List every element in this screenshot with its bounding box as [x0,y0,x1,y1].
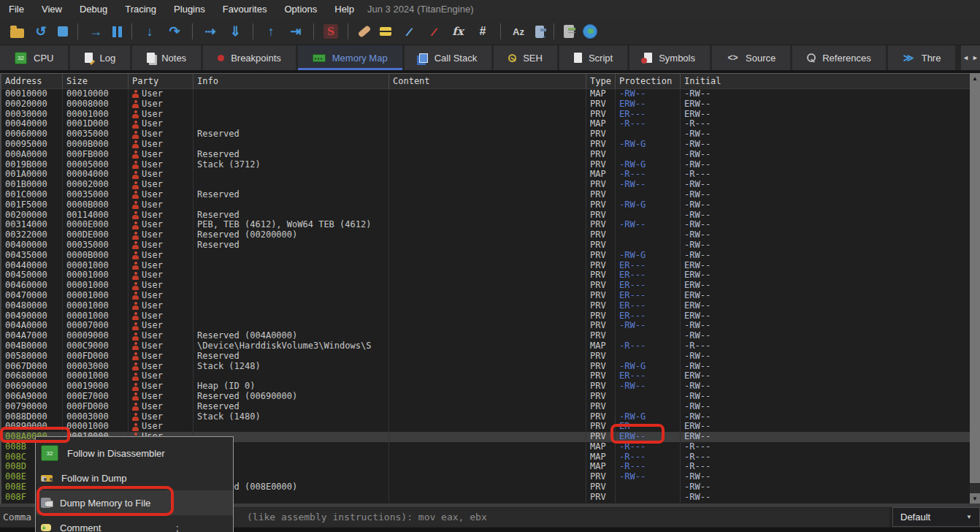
context-menu-item-comment[interactable]: Comment; [36,515,233,532]
user-person-icon [132,110,139,118]
step-over-icon[interactable]: ↷ [166,23,183,39]
scrollbar-thumb[interactable] [970,83,980,483]
menu-item-view[interactable]: View [33,4,71,15]
address-cell: 00580000 [1,352,63,362]
open-file-icon[interactable] [10,28,24,38]
tab-source[interactable]: Source [712,45,790,70]
run-icon[interactable]: → [88,23,104,39]
menu-item-options[interactable]: Options [275,4,326,15]
fx-icon[interactable]: fx [450,23,466,39]
table-row[interactable]: 004350000000B000UserPRV-RW-G-RW-- [1,251,970,261]
info-cell: Reserved [194,129,389,140]
table-row[interactable]: 000950000000B000UserPRV-RW-G-RW-- [1,140,970,150]
table-row[interactable]: 000A0000000FB000UserReservedPRV-RW-- [1,150,970,160]
table-row[interactable]: 004A000000007000UserPRV-RW---RW-- [1,321,970,331]
profile-dropdown[interactable]: Default ▼ [892,507,980,527]
scylla-icon[interactable]: S [324,24,338,39]
highlight-icon[interactable]: ∕∕ [400,23,416,39]
hash-icon[interactable]: # [475,23,491,39]
table-row[interactable]: 003140000000E000UserPEB, TEB (4612), WoW… [1,220,970,230]
az-icon[interactable]: Az [510,23,527,39]
table-row[interactable]: 0003000000001000UserPRVER---ERW-- [1,110,970,120]
table-row[interactable]: 0049000000001000UserPRVER---ERW-- [1,311,970,322]
context-menu-item-follow-in-dump[interactable]: Follow in Dump [36,466,233,490]
table-row[interactable]: 0001000000010000UserMAP-RW---RW-- [1,89,970,99]
vertical-scrollbar[interactable]: ▲ ▼ [970,73,980,503]
patches-icon[interactable] [358,25,372,38]
pager-icon[interactable] [535,26,544,38]
menu-item-file[interactable]: File [0,4,33,15]
tab-symbols[interactable]: Symbols [629,45,710,70]
table-row[interactable]: 004A700000009000UserReserved (004A0000)P… [1,331,970,341]
pause-icon[interactable] [112,26,122,37]
tab-cpu[interactable]: CPU [0,45,68,70]
menu-item-plugins[interactable]: Plugins [165,4,214,15]
globe-icon[interactable] [583,24,597,39]
table-row[interactable]: 001B000000002000UserPRV-RW---RW-- [1,180,970,190]
content-cell [389,472,586,482]
table-row[interactable]: 0088D00000003000UserStack (1480)PRV-RW-G… [1,412,970,422]
table-row[interactable]: 0020000000114000UserReservedPRV-RW-- [1,210,970,221]
table-row[interactable]: 0045000000001000UserPRVER---ERW-- [1,270,970,281]
tab-seh[interactable]: SEH [494,45,557,70]
info-cell [194,321,389,331]
tab-scroll-right-button[interactable]: ► [971,45,980,70]
table-row[interactable]: 0048000000001000UserPRVER---ERW-- [1,301,970,311]
tab-thre[interactable]: Thre [888,45,956,70]
marker-icon[interactable]: ∕∕ [425,23,441,39]
run-trace-icon[interactable]: ⇢ [202,23,218,39]
table-row[interactable]: 0068000000001000UserPRVER---ERW-- [1,371,970,381]
context-menu-item-follow-in-disassembler[interactable]: Follow in Disassembler [36,441,233,466]
menu-item-debug[interactable]: Debug [71,4,116,15]
scroll-up-button[interactable]: ▲ [970,73,980,83]
table-row[interactable]: 0002000000008000UserPRVERW--ERW-- [1,99,970,110]
table-row[interactable]: 0069000000019000UserHeap (ID 0)PRV-RW---… [1,381,970,392]
table-row[interactable]: 0067D00000003000UserStack (1248)PRV-RW-G… [1,362,970,372]
initial-cell: ERW-- [681,301,970,311]
initial-cell: -RW-- [681,220,970,230]
menu-item-favourites[interactable]: Favourites [214,4,276,15]
address-cell: 00450000 [1,270,63,281]
table-row[interactable]: 006A9000000E7000UserReserved (00690000)P… [1,392,970,402]
table-row[interactable]: 000400000001D000UserMAP-R----R--- [1,119,970,129]
run-to-user-code-icon[interactable]: ⇥ [288,23,304,39]
table-row[interactable]: 0040000000035000UserReservedPRV-RW-- [1,240,970,251]
tab-label: Memory Map [332,53,388,64]
table-row[interactable]: 00322000000DE000UserReserved (00200000)P… [1,230,970,240]
table-row[interactable]: 0046000000001000UserPRVER---ERW-- [1,281,970,291]
context-menu-item-dump-memory-to-file[interactable]: Dump Memory to File [36,490,233,515]
labels-icon[interactable] [380,27,391,36]
tab-notes[interactable]: Notes [132,45,201,70]
table-row[interactable]: 001A000000004000UserMAP-R----R--- [1,170,970,180]
scroll-down-button[interactable]: ▼ [970,493,980,503]
tab-breakpoints[interactable]: Breakpoints [203,45,296,70]
table-row[interactable]: 001C000000035000UserReservedPRV-RW-- [1,190,970,200]
table-row[interactable]: 00790000000FD000UserReservedPRV-RW-- [1,402,970,412]
tab-call-stack[interactable]: Call Stack [405,45,492,70]
calculator-icon[interactable] [564,25,574,38]
tab-references[interactable]: References [792,45,885,70]
table-row[interactable]: 0089000000001000UserPRVER---ERW-- [1,422,970,432]
references-magnifier-icon [807,53,816,62]
initial-cell: -RW-- [681,210,970,221]
table-row[interactable]: 0047000000001000UserPRVER---ERW-- [1,291,970,301]
execute-till-return-icon[interactable]: ↑ [263,23,279,39]
step-out-icon[interactable]: ⇓ [227,23,243,39]
stop-icon[interactable] [58,26,68,37]
table-row[interactable]: 001F50000000B000UserPRV-RW-G-RW-- [1,200,970,210]
table-row[interactable]: 00580000000FD000UserReservedPRV-RW-- [1,352,970,362]
table-row[interactable]: 0019B00000005000UserStack (3712)PRV-RW-G… [1,160,970,170]
restart-icon[interactable]: ↺ [33,23,49,39]
tab-log[interactable]: Log [70,45,130,70]
tab-scroll-left-button[interactable]: ◄ [961,45,971,70]
tab-script[interactable]: Script [559,45,627,70]
content-cell [389,89,586,99]
table-row[interactable]: 004B0000000C9000User\Device\HarddiskVolu… [1,341,970,352]
step-into-icon[interactable]: ↓ [142,23,158,39]
comment-bubble-icon [41,524,51,531]
table-row[interactable]: 0006000000035000UserReservedPRV-RW-- [1,129,970,140]
menu-item-tracing[interactable]: Tracing [116,4,165,15]
table-row[interactable]: 0044000000001000UserPRVER---ERW-- [1,261,970,271]
menu-item-help[interactable]: Help [326,4,363,15]
tab-memory-map[interactable]: Memory Map [298,45,402,70]
